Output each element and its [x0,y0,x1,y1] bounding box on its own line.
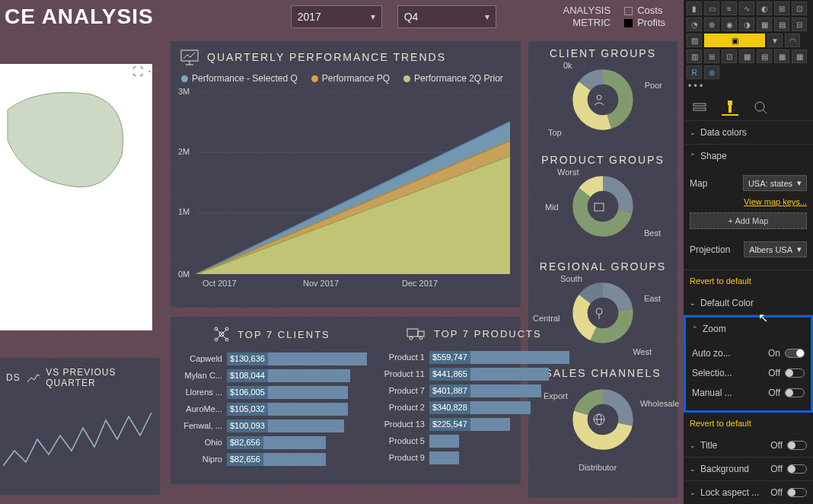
bar-row: Capweld$130,636 [177,350,367,367]
bar-row: AuroMe...$105,032 [177,400,367,417]
viz-icon-selected[interactable]: ▣ [704,33,765,47]
svg-point-41 [419,337,422,340]
background-toggle[interactable] [787,464,807,474]
bar-row: Mylan C...$108,044 [177,367,367,384]
more-options-icon[interactable]: ⋯ [148,65,158,78]
client-groups-visual[interactable]: CLIENT GROUPS 0k Poor Top [528,41,678,148]
chevron-down-icon: ▾ [371,11,375,22]
sparkline [3,397,155,481]
format-tab[interactable] [722,99,738,116]
chevron-down-icon: ▾ [485,11,489,22]
line-chart-icon [27,372,40,384]
map-label: Map [690,178,707,189]
revert-default-link[interactable]: Revert to default [684,413,813,434]
viz-icon[interactable]: ▮ [687,2,702,15]
fields-tab[interactable] [691,99,708,116]
us-map-icon [0,64,152,330]
quarter-select[interactable]: Q4▾ [397,5,496,28]
map-visual[interactable]: ⛶ ⋯ [0,41,160,346]
viz-icon[interactable]: ⊡ [792,2,807,15]
viz-icon[interactable]: ◐ [757,2,772,15]
viz-icon[interactable]: ⊞ [704,49,719,63]
bar-row: Product 2$340,828 [379,399,569,416]
chevron-down-icon: ▾ [797,178,802,188]
lock-aspect-toggle[interactable] [787,488,807,497]
zoom-section[interactable]: ⌃Zoom [686,317,811,340]
trends-visual[interactable]: QUARTERLY PERFORMANCE TRENDS Performance… [171,41,521,308]
chevron-up-icon: ⌃ [690,152,696,160]
report-canvas: CE ANALYSIS 2017▾ Q4▾ ANALYSIS METRIC Co… [0,0,684,504]
analysis-label: ANALYSIS [563,5,611,17]
svg-rect-45 [729,105,732,113]
svg-line-37 [222,334,227,340]
people-icon [592,93,606,107]
background-section[interactable]: ⌄Background Off [684,458,813,480]
data-colors-section[interactable]: ⌄Data colors [684,121,813,144]
shape-section[interactable]: ⌃Shape [684,145,813,167]
year-select[interactable]: 2017▾ [291,5,382,28]
viz-icon[interactable]: ▦ [792,49,807,63]
focus-mode-icon[interactable]: ⛶ [132,65,143,78]
viz-icon[interactable]: ≡ [722,2,737,15]
viz-icon[interactable]: ◠ [785,33,800,47]
ds-label: DS [6,372,21,383]
viz-icon[interactable]: ◔ [687,18,702,31]
viz-icon[interactable]: ▦ [757,18,772,31]
svg-line-47 [763,110,767,113]
analytics-tab[interactable] [752,99,769,116]
auto-zoom-toggle[interactable] [785,349,805,358]
viz-icon[interactable]: ▼ [767,33,783,47]
viz-icon[interactable]: ⊞ [774,2,789,15]
add-map-button[interactable]: + Add Map [690,212,807,229]
viz-r-icon[interactable]: R [687,65,702,79]
viz-icon[interactable]: ▦ [739,49,754,63]
title-toggle[interactable] [787,441,807,450]
truck-icon [406,326,426,341]
manual-zoom-toggle[interactable] [785,388,805,397]
viz-icon[interactable]: ▥ [687,49,702,63]
svg-rect-17 [595,203,604,211]
title-section[interactable]: ⌄Title Off [684,434,813,457]
view-map-keys-link[interactable]: View map keys... [690,196,807,211]
svg-rect-38 [407,329,418,337]
viz-icon[interactable]: ▤ [774,18,789,31]
svg-point-13 [597,95,601,100]
top-clients: TOP 7 CLIENTS Capweld$130,636Mylan C...$… [171,317,373,484]
viz-icon[interactable]: ∿ [739,2,754,15]
svg-point-40 [410,337,413,340]
product-groups-visual[interactable]: PRODUCT GROUPS Worst Mid Best [528,148,678,254]
metric-label: METRIC [563,17,611,29]
viz-globe-icon[interactable]: ⊕ [704,65,719,79]
pane-tabs [684,93,813,121]
viz-icon[interactable]: ⊕ [704,18,719,31]
vs-previous-visual[interactable]: DS VS PREVIOUS QUARTER [0,358,160,495]
svg-rect-39 [418,331,424,337]
viz-icon[interactable]: ▧ [687,33,702,47]
svg-line-35 [222,329,227,334]
selection-zoom-toggle[interactable] [785,368,805,378]
viz-icon[interactable]: ▦ [774,49,789,63]
bar-row: Product 1$559,747 [379,349,569,365]
trends-title: QUARTERLY PERFORMANCE TRENDS [207,51,446,63]
viz-icon[interactable]: ▭ [704,2,719,15]
svg-rect-44 [728,100,732,105]
visualizations-pane: ▮▭≡∿◐⊞⊡ ◔⊕◉◑▦▤⊟ ▧▣▼◠▥⊞⊡ ▦▤▦▦R⊕ • • • ⌄Da… [684,0,813,504]
projection-select[interactable]: Albers USA▾ [744,241,807,257]
revert-default-link[interactable]: Revert to default [684,270,813,292]
more-visuals-icon[interactable]: • • • [684,79,813,93]
trends-chart: 3M 2M 1M 0M Oct 2017 Nov 2017 Dec 2017 [181,91,510,274]
chevron-down-icon: ▾ [797,244,802,254]
viz-icon[interactable]: ▤ [757,49,772,63]
presentation-icon [180,49,199,65]
viz-icon[interactable]: ⊟ [792,18,807,31]
viz-icon[interactable]: ◉ [722,18,737,31]
viz-icon[interactable]: ◑ [739,18,754,31]
svg-point-22 [596,308,602,314]
svg-rect-0 [181,50,198,61]
lock-aspect-section[interactable]: ⌄Lock aspect ... Off [684,481,813,504]
top-bars-visual[interactable]: TOP 7 CLIENTS Capweld$130,636Mylan C...$… [171,317,521,484]
default-color-section[interactable]: ⌄Default Color [684,292,813,314]
viz-icon[interactable]: ⊡ [722,49,737,63]
map-select[interactable]: USA: states▾ [743,175,807,191]
bar-row: Llorens ...$106,005 [177,384,367,400]
